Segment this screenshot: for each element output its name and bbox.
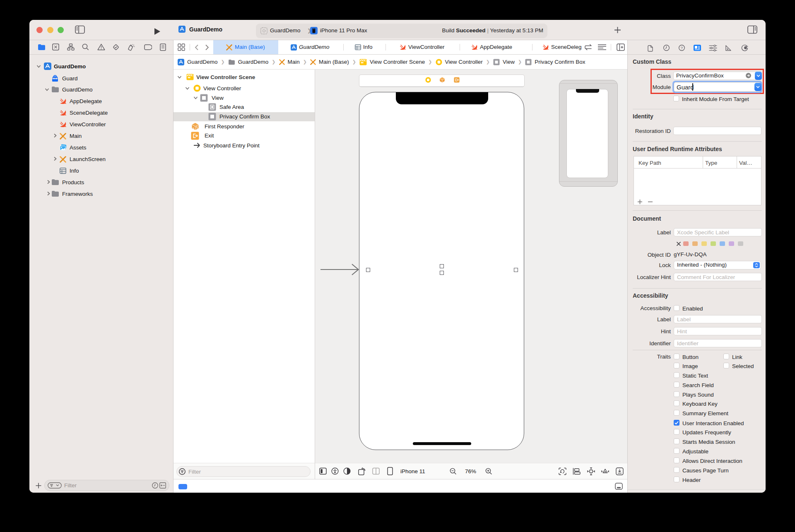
svg-text:?: ? [681,46,683,50]
